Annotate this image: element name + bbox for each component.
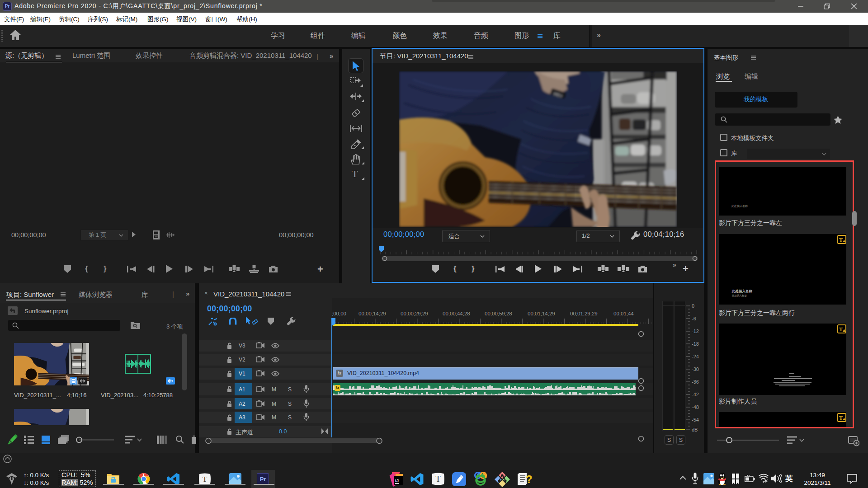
svg-text:T: T: [435, 474, 440, 483]
svg-text:T: T: [839, 236, 843, 243]
svg-text:T: T: [203, 475, 208, 483]
svg-text:?: ?: [526, 473, 532, 485]
svg-text:IJ: IJ: [395, 478, 399, 483]
svg-text:T: T: [839, 326, 843, 333]
svg-text:T: T: [839, 414, 843, 421]
